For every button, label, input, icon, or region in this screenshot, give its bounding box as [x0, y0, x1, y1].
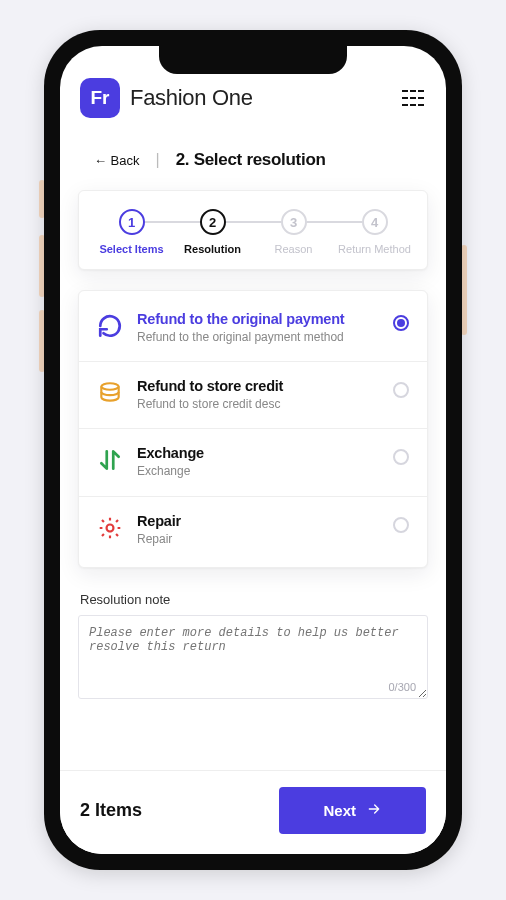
step-number: 3 — [281, 209, 307, 235]
exchange-icon — [97, 447, 123, 473]
back-button[interactable]: ← Back — [94, 153, 140, 168]
option-refund-original[interactable]: Refund to the original payment Refund to… — [79, 295, 427, 362]
step-label: Reason — [275, 243, 313, 255]
option-title: Refund to the original payment — [137, 311, 373, 327]
title-row: ← Back | 2. Select resolution — [78, 144, 428, 190]
option-desc: Repair — [137, 531, 373, 547]
app-logo[interactable]: Fr — [80, 78, 120, 118]
option-title: Exchange — [137, 445, 373, 461]
step-label: Resolution — [184, 243, 241, 255]
phone-notch — [159, 46, 347, 74]
menu-icon — [402, 90, 424, 92]
option-desc: Exchange — [137, 463, 373, 479]
step-label: Return Method — [338, 243, 411, 255]
radio-indicator — [393, 517, 409, 533]
note-label: Resolution note — [78, 588, 428, 615]
svg-point-0 — [101, 383, 118, 390]
resolution-note-input[interactable] — [78, 615, 428, 699]
footer-bar: 2 Items Next — [60, 770, 446, 854]
step-select-items[interactable]: 1 Select Items — [91, 209, 172, 255]
coins-icon — [97, 380, 123, 406]
menu-icon — [402, 97, 424, 99]
radio-indicator — [393, 315, 409, 331]
title-separator: | — [156, 151, 160, 169]
radio-indicator — [393, 449, 409, 465]
stepper: 1 Select Items 2 Resolution — [79, 191, 427, 269]
step-resolution[interactable]: 2 Resolution — [172, 209, 253, 255]
step-connector — [145, 221, 200, 223]
item-count: 2 Items — [80, 800, 142, 821]
option-store-credit[interactable]: Refund to store credit Refund to store c… — [79, 362, 427, 429]
step-number: 1 — [119, 209, 145, 235]
next-button-label: Next — [323, 802, 356, 819]
step-number: 4 — [362, 209, 388, 235]
step-return-method[interactable]: 4 Return Method — [334, 209, 415, 255]
app-name: Fashion One — [130, 85, 253, 111]
page-title: 2. Select resolution — [176, 150, 326, 170]
svg-point-1 — [107, 524, 114, 531]
step-reason[interactable]: 3 Reason — [253, 209, 334, 255]
char-count: 0/300 — [388, 681, 416, 693]
option-title: Repair — [137, 513, 373, 529]
phone-screen: Fr Fashion One ← Back | 2. Select resolu… — [60, 46, 446, 854]
option-exchange[interactable]: Exchange Exchange — [79, 429, 427, 496]
note-wrapper: 0/300 — [78, 615, 428, 703]
radio-indicator — [393, 382, 409, 398]
option-repair[interactable]: Repair Repair — [79, 497, 427, 563]
phone-frame: Fr Fashion One ← Back | 2. Select resolu… — [44, 30, 462, 870]
refresh-icon — [97, 313, 123, 339]
step-connector — [307, 221, 362, 223]
stepper-card: 1 Select Items 2 Resolution — [78, 190, 428, 270]
step-number: 2 — [200, 209, 226, 235]
phone-mockup: Fr Fashion One ← Back | 2. Select resolu… — [44, 30, 462, 870]
option-desc: Refund to the original payment method — [137, 329, 373, 345]
arrow-right-icon — [366, 801, 382, 820]
option-title: Refund to store credit — [137, 378, 373, 394]
app-logo-text: Fr — [91, 87, 110, 109]
step-connector — [226, 221, 281, 223]
menu-button[interactable] — [400, 84, 426, 112]
gear-icon — [97, 515, 123, 541]
content-area: ← Back | 2. Select resolution 1 Select I… — [60, 128, 446, 770]
step-label: Select Items — [99, 243, 163, 255]
resolution-options-card: Refund to the original payment Refund to… — [78, 290, 428, 568]
option-desc: Refund to store credit desc — [137, 396, 373, 412]
next-button[interactable]: Next — [279, 787, 426, 834]
menu-icon — [402, 104, 424, 106]
